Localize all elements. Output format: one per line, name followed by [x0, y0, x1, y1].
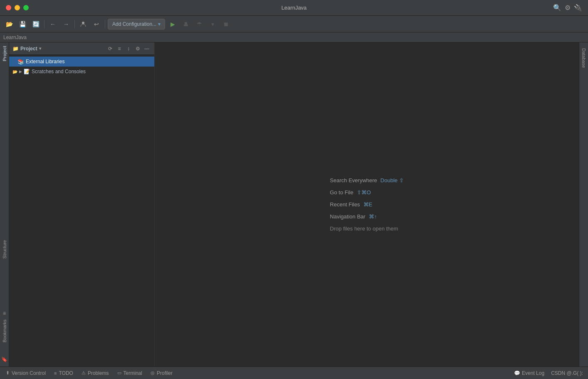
- event-log-icon: 💬: [514, 370, 520, 376]
- open-folder-button[interactable]: 📂: [3, 18, 15, 30]
- project-folder-icon: 📁: [12, 46, 19, 52]
- project-panel-actions: ⟳ ≡ ↕ ⚙ —: [106, 45, 151, 53]
- problems-icon: ⚠: [82, 370, 86, 376]
- tree-item-scratches[interactable]: 📂 ▶ 📝 Scratches and Consoles: [9, 67, 154, 77]
- add-config-dropdown-icon: ▾: [158, 21, 161, 27]
- version-control-label: Version Control: [12, 370, 46, 376]
- svg-point-0: [82, 22, 84, 24]
- profile-button[interactable]: [77, 18, 89, 30]
- scratches-icon: 📝: [24, 69, 30, 74]
- status-tab-problems[interactable]: ⚠ Problems: [77, 367, 113, 379]
- settings-btn[interactable]: ⚙: [133, 45, 142, 53]
- window-controls: [6, 5, 29, 10]
- hint-search-everywhere: Search Everywhere Double ⇧: [330, 177, 403, 183]
- profiler-label: Profiler: [157, 370, 173, 376]
- editor-area: Search Everywhere Double ⇧ Go to File ⇧⌘…: [155, 42, 579, 367]
- scratches-label: Scratches and Consoles: [32, 69, 86, 74]
- forward-button[interactable]: →: [60, 18, 72, 30]
- profiler-icon: ◎: [151, 370, 155, 376]
- stop-button[interactable]: ⏹: [220, 18, 232, 30]
- add-configuration-button[interactable]: Add Configuration... ▾: [108, 19, 165, 30]
- hint-go-to-file: Go to File ⇧⌘O: [330, 189, 371, 196]
- right-sidebar: Database: [579, 42, 588, 367]
- todo-icon: ≡: [54, 371, 57, 376]
- external-libraries-icon: 📚: [17, 59, 24, 65]
- structure-side-tab[interactable]: Structure: [1, 238, 8, 260]
- tree-item-external-libraries[interactable]: 📚 External Libraries: [9, 57, 154, 67]
- build-button[interactable]: [180, 18, 192, 30]
- separator-3: [105, 20, 105, 28]
- save-button[interactable]: 💾: [17, 18, 28, 30]
- hint-drop-files: Drop files here to open them: [330, 225, 398, 232]
- status-tab-profiler[interactable]: ◎ Profiler: [146, 367, 177, 379]
- status-tab-version-control[interactable]: ⬆ Version Control: [2, 367, 50, 379]
- version-control-icon: ⬆: [6, 370, 10, 376]
- status-footer: CSDN @.G( ):: [551, 370, 586, 376]
- separator-1: [44, 20, 44, 28]
- status-bar: ⬆ Version Control ≡ TODO ⚠ Problems ▭ Te…: [0, 367, 588, 379]
- settings-toolbar-icon[interactable]: ⚙: [565, 4, 571, 12]
- hint-recent-files: Recent Files ⌘E: [330, 201, 372, 208]
- breadcrumb-bar: LearnJava: [0, 32, 588, 42]
- toolbar: 📂 💾 🔄 ← → ↩ Add Configuration... ▾ ▶ ☂ ▾…: [0, 16, 588, 32]
- debug-dropdown-button[interactable]: ▾: [207, 18, 218, 30]
- coverage-button[interactable]: ☂: [193, 18, 205, 30]
- status-tab-terminal[interactable]: ▭ Terminal: [113, 367, 146, 379]
- left-panel-strip: Project Structure ≡ Bookmarks 🔖: [0, 42, 9, 367]
- external-libraries-label: External Libraries: [26, 59, 64, 64]
- project-tree: 📚 External Libraries 📂 ▶ 📝 Scratches and…: [9, 55, 154, 367]
- title-bar: LearnJava 🔍 ⚙ 🔌: [0, 0, 588, 16]
- problems-label: Problems: [88, 370, 109, 376]
- project-side-tab[interactable]: Project: [1, 44, 8, 63]
- editor-hints: Search Everywhere Double ⇧ Go to File ⇧⌘…: [330, 177, 403, 232]
- maximize-button[interactable]: [23, 5, 29, 10]
- svg-rect-1: [184, 25, 188, 26]
- project-panel-header: 📁 Project ▾ ⟳ ≡ ↕ ⚙ —: [9, 42, 154, 55]
- sort-btn[interactable]: ↕: [124, 45, 133, 53]
- project-dropdown-arrow[interactable]: ▾: [39, 46, 41, 51]
- bookmark-icon: 🔖: [1, 357, 7, 362]
- run-button[interactable]: ▶: [167, 18, 178, 30]
- todo-label: TODO: [59, 370, 73, 376]
- status-bar-right: 💬 Event Log CSDN @.G( ):: [511, 370, 586, 376]
- hint-navigation-bar: Navigation Bar ⌘↑: [330, 213, 377, 220]
- database-side-tab[interactable]: Database: [581, 47, 587, 69]
- add-config-label: Add Configuration...: [112, 21, 156, 27]
- close-button[interactable]: [6, 5, 11, 10]
- folder-icon: 📂: [12, 69, 17, 74]
- breadcrumb[interactable]: LearnJava: [3, 35, 27, 40]
- plugins-toolbar-icon[interactable]: 🔌: [574, 4, 582, 12]
- svg-rect-2: [185, 22, 187, 25]
- event-log-label: Event Log: [522, 370, 544, 376]
- back-button[interactable]: ←: [47, 18, 59, 30]
- bookmarks-side-tab[interactable]: Bookmarks: [1, 318, 8, 344]
- terminal-label: Terminal: [124, 370, 142, 376]
- sync-button[interactable]: 🔄: [30, 18, 42, 30]
- separator-2: [74, 20, 75, 28]
- status-tab-todo[interactable]: ≡ TODO: [50, 367, 77, 379]
- project-panel-title: 📁 Project ▾: [12, 46, 41, 52]
- tree-arrow-scratches: ▶: [19, 69, 22, 74]
- project-panel: 📁 Project ▾ ⟳ ≡ ↕ ⚙ — 📚 External Librari…: [9, 42, 155, 367]
- terminal-icon: ▭: [117, 370, 121, 376]
- window-title: LearnJava: [282, 5, 307, 11]
- back-nav-button[interactable]: ↩: [91, 18, 102, 30]
- event-log-tab[interactable]: 💬 Event Log: [511, 370, 548, 376]
- structure-icon: ≡: [3, 310, 6, 316]
- close-panel-btn[interactable]: —: [143, 45, 151, 53]
- search-toolbar-icon[interactable]: 🔍: [553, 4, 561, 12]
- main-layout: Project Structure ≡ Bookmarks 🔖 📁 Projec…: [0, 42, 588, 367]
- collapse-btn[interactable]: ≡: [115, 45, 124, 53]
- refresh-btn[interactable]: ⟳: [106, 45, 114, 53]
- minimize-button[interactable]: [15, 5, 20, 10]
